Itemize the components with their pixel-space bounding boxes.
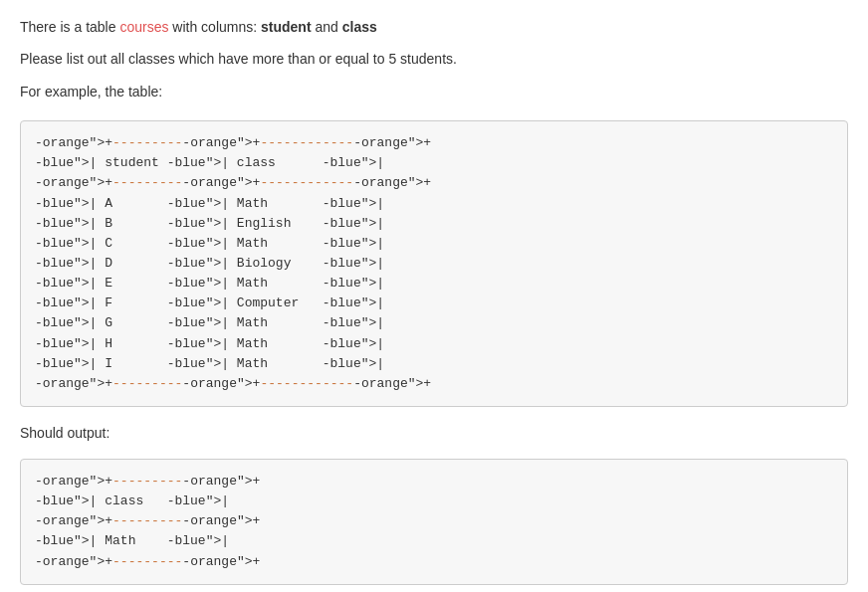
intro-with-columns: with columns: (168, 19, 261, 35)
table2-container: -orange">+----------orange">+ -blue">| c… (20, 459, 848, 585)
should-output-label: Should output: (20, 425, 848, 441)
table1-content: -orange">+----------orange">+-----------… (35, 133, 833, 394)
table-name: courses (119, 19, 168, 35)
col-student: student (261, 19, 312, 35)
intro-and: and (312, 19, 342, 35)
intro-prefix: There is a table (20, 19, 119, 35)
table2-content: -orange">+----------orange">+ -blue">| c… (35, 472, 833, 572)
col-class: class (342, 19, 377, 35)
intro-line2: Please list out all classes which have m… (20, 48, 848, 70)
intro-line1: There is a table courses with columns: s… (20, 16, 848, 38)
intro-line3: For example, the table: (20, 81, 848, 102)
table1-container: -orange">+----------orange">+-----------… (20, 120, 848, 407)
